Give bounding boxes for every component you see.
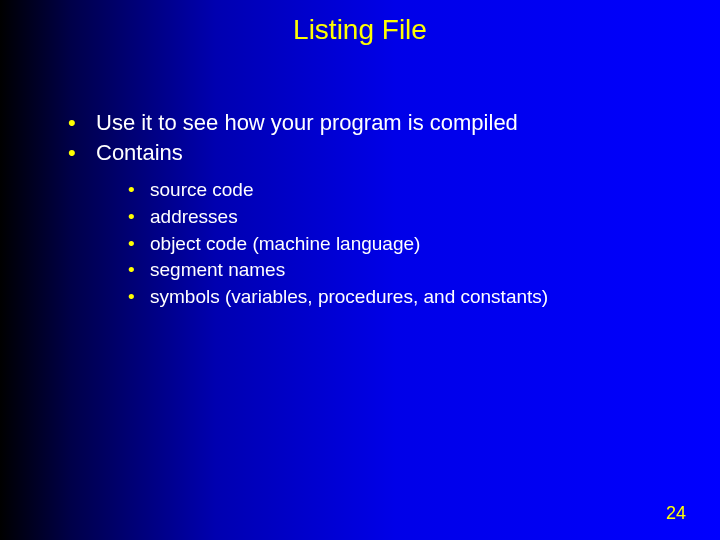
bullet-item: Contains source code addresses object co… [60, 138, 720, 311]
page-number: 24 [666, 503, 686, 524]
sub-bullet-item: addresses [124, 204, 720, 231]
slide: Listing File Use it to see how your prog… [0, 0, 720, 540]
bullet-item: Use it to see how your program is compil… [60, 108, 720, 138]
sub-bullet-list: source code addresses object code (machi… [96, 177, 720, 310]
slide-content: Use it to see how your program is compil… [0, 46, 720, 310]
sub-bullet-text: segment names [150, 259, 285, 280]
sub-bullet-item: symbols (variables, procedures, and cons… [124, 284, 720, 311]
sub-bullet-item: source code [124, 177, 720, 204]
sub-bullet-text: symbols (variables, procedures, and cons… [150, 286, 548, 307]
slide-title: Listing File [0, 0, 720, 46]
sub-bullet-text: object code (machine language) [150, 233, 420, 254]
sub-bullet-text: addresses [150, 206, 238, 227]
sub-bullet-text: source code [150, 179, 254, 200]
bullet-list: Use it to see how your program is compil… [60, 108, 720, 310]
bullet-text: Contains [96, 140, 183, 165]
bullet-text: Use it to see how your program is compil… [96, 110, 518, 135]
sub-bullet-item: segment names [124, 257, 720, 284]
sub-bullet-item: object code (machine language) [124, 231, 720, 258]
